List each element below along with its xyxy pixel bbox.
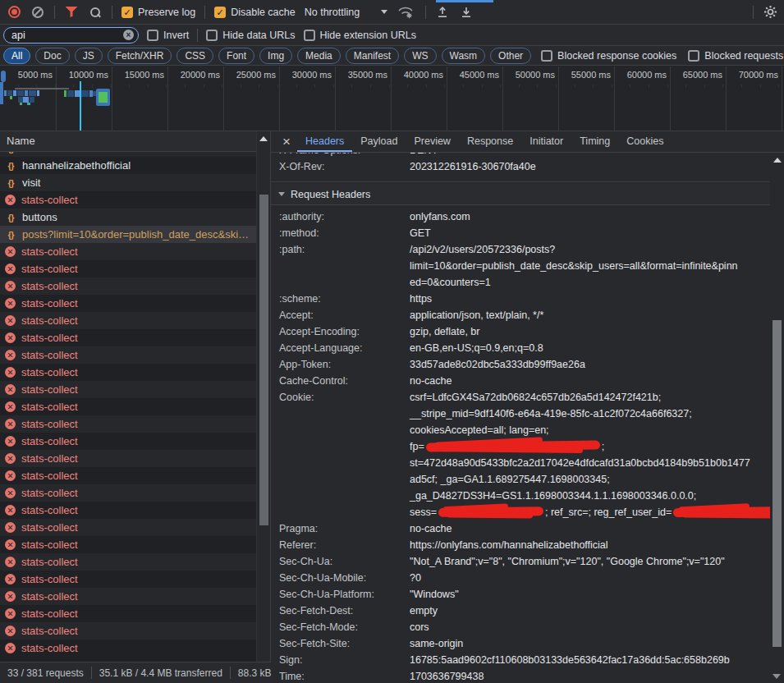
scrollbar-thumb[interactable] — [259, 195, 268, 525]
hide-extension-urls-label: Hide extension URLs — [320, 30, 416, 41]
type-filter-chip-css[interactable]: CSS — [177, 48, 213, 64]
tab-cookies[interactable]: Cookies — [618, 131, 672, 152]
request-row[interactable]: ✕stats-collect — [0, 450, 256, 467]
header-value-line: cookiesAccepted=all; lang=en; — [410, 422, 770, 438]
request-failed-icon: ✕ — [5, 419, 16, 429]
request-row[interactable]: ✕stats-collect — [0, 571, 256, 588]
disable-cache-checkbox[interactable]: ✓ Disable cache — [214, 7, 296, 18]
request-row[interactable]: ✕stats-collect — [0, 622, 256, 639]
section-divider — [271, 181, 770, 182]
detail-scrollbar[interactable] — [770, 153, 784, 683]
request-row[interactable]: {}hannahelizabethofficial — [0, 157, 256, 174]
scrollbar-thumb[interactable] — [773, 320, 782, 647]
type-filter-chip-font[interactable]: Font — [218, 48, 254, 64]
request-row[interactable]: ✕stats-collect — [0, 467, 256, 484]
timeline-label: 55000 ms — [563, 70, 611, 80]
request-row[interactable]: {}posts?limit=10&order=publish_date_desc… — [0, 226, 256, 243]
request-name: visit — [22, 176, 256, 189]
request-failed-icon: ✕ — [5, 470, 16, 481]
request-row[interactable]: ✕stats-collect — [0, 329, 256, 346]
scroll-down-icon[interactable] — [773, 674, 781, 679]
request-row[interactable]: ✕stats-collect — [0, 381, 256, 398]
request-row[interactable]: {}visit — [0, 174, 256, 191]
request-row[interactable]: ✕stats-collect — [0, 295, 256, 312]
type-filter-chip-media[interactable]: Media — [297, 48, 341, 64]
timeline-gridline — [279, 66, 280, 131]
request-row[interactable]: ✕stats-collect — [0, 415, 256, 433]
request-row[interactable]: ✕stats-collect — [0, 277, 256, 295]
request-name: stats-collect — [21, 435, 256, 447]
import-har-button[interactable] — [435, 5, 450, 20]
settings-button[interactable] — [763, 5, 777, 20]
tab-timing[interactable]: Timing — [571, 131, 618, 152]
script-request-icon: {} — [5, 152, 16, 154]
header-value-line: _ga_D4827DS3H4=GS1.1.1698003344.1.1.1698… — [410, 488, 770, 504]
type-filter-chip-manifest[interactable]: Manifest — [346, 48, 399, 64]
request-name: stats-collect — [21, 349, 256, 361]
type-filter-chip-fetch-xhr[interactable]: Fetch/XHR — [108, 48, 172, 64]
timeline-overview[interactable]: 5000 ms10000 ms15000 ms20000 ms25000 ms3… — [0, 66, 784, 131]
search-button[interactable] — [88, 5, 103, 20]
name-column-header[interactable]: Name — [0, 131, 270, 152]
scroll-up-icon[interactable] — [259, 136, 268, 141]
header-value: "Not_A Brand";v="8", "Chromium";v="120",… — [410, 553, 770, 570]
clear-filter-icon[interactable]: × — [123, 30, 134, 40]
timeline-label: 15000 ms — [117, 70, 164, 80]
request-headers-section-header[interactable]: Request Headers — [271, 184, 770, 205]
request-row[interactable]: ✕stats-collect — [0, 484, 256, 502]
tab-initiator[interactable]: Initiator — [521, 131, 571, 152]
request-row[interactable]: ✕stats-collect — [0, 312, 256, 329]
type-filter-chip-wasm[interactable]: Wasm — [442, 48, 486, 64]
type-filter-chip-all[interactable]: All — [3, 48, 30, 64]
request-row[interactable]: ✕stats-collect — [0, 502, 256, 519]
type-filter-chip-ws[interactable]: WS — [404, 48, 436, 64]
request-row[interactable]: ✕stats-collect — [0, 346, 256, 364]
clear-button[interactable] — [30, 5, 45, 20]
request-row[interactable]: ✕stats-collect — [0, 605, 256, 622]
waterfall-bar — [27, 103, 30, 105]
hide-data-urls-checkbox[interactable]: Hide data URLs — [206, 30, 295, 41]
tab-headers[interactable]: Headers — [297, 131, 352, 152]
request-row[interactable]: ✕stats-collect — [0, 588, 256, 605]
record-button[interactable] — [7, 5, 21, 20]
request-row[interactable]: ✕stats-collect — [0, 243, 256, 260]
request-row[interactable]: ✕stats-collect — [0, 433, 256, 450]
filter-input[interactable]: api × — [3, 27, 139, 44]
request-row[interactable]: ✕stats-collect — [0, 639, 256, 657]
header-row: Sec-Fetch-Site:same-origin — [271, 635, 770, 652]
type-filter-chip-other[interactable]: Other — [490, 48, 531, 64]
timeline-gridline — [391, 66, 392, 131]
filter-toggle-button[interactable] — [64, 5, 79, 20]
network-conditions-button[interactable] — [397, 5, 416, 20]
request-row[interactable]: ✕stats-collect — [0, 191, 256, 209]
tab-response[interactable]: Response — [459, 131, 521, 152]
type-filter-chip-img[interactable]: Img — [259, 48, 292, 64]
tab-preview[interactable]: Preview — [406, 131, 458, 152]
throttling-select[interactable]: No throttling — [305, 7, 387, 18]
type-filter-chip-doc[interactable]: Doc — [35, 48, 69, 64]
export-har-button[interactable] — [459, 5, 474, 20]
script-request-icon: {} — [5, 230, 16, 240]
header-row: X-Frame-Options:DENY — [271, 153, 770, 158]
request-row[interactable]: ✕stats-collect — [0, 553, 256, 571]
request-list-scrollbar[interactable] — [256, 131, 270, 662]
header-value: https://onlyfans.com/hannahelizabethoffi… — [410, 537, 770, 553]
request-row[interactable]: ✕stats-collect — [0, 260, 256, 277]
request-row[interactable]: {}buttons — [0, 209, 256, 226]
close-detail-button[interactable]: × — [276, 131, 297, 152]
preserve-log-checkbox[interactable]: ✓ Preserve log — [121, 7, 195, 18]
header-name: Sec-Ch-Ua: — [271, 553, 410, 570]
invert-checkbox[interactable]: Invert — [147, 30, 189, 41]
request-row[interactable]: ✕stats-collect — [0, 398, 256, 415]
timeline-gridline — [167, 66, 168, 131]
blocked-requests-checkbox[interactable]: Blocked requests — [688, 50, 783, 62]
scroll-up-icon[interactable] — [773, 158, 782, 163]
header-row: Pragma:no-cache — [271, 520, 770, 537]
blocked-response-cookies-checkbox[interactable]: Blocked response cookies — [541, 50, 676, 62]
type-filter-chip-js[interactable]: JS — [75, 48, 103, 64]
tab-payload[interactable]: Payload — [352, 131, 406, 152]
request-row[interactable]: ✕stats-collect — [0, 536, 256, 553]
request-row[interactable]: ✕stats-collect — [0, 364, 256, 381]
request-row[interactable]: ✕stats-collect — [0, 519, 256, 536]
hide-extension-urls-checkbox[interactable]: Hide extension URLs — [304, 30, 416, 41]
